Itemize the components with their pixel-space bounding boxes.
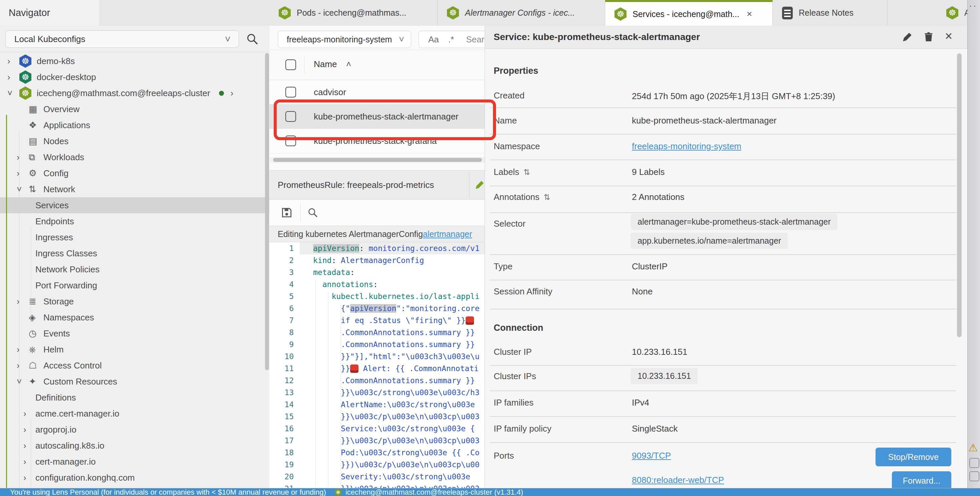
tab-services[interactable]: ☸ Services - icecheng@math... × (605, 0, 773, 26)
close-icon[interactable]: × (945, 29, 956, 40)
code-token: Alert: {{ .CommonAnnotati (358, 364, 479, 373)
sort-icon[interactable]: ⇅ (543, 192, 550, 202)
sidebar-tree-item[interactable]: › ⚙ Config (0, 165, 269, 181)
sidebar-tree-item[interactable]: › ☸ demo-k8s (0, 53, 269, 69)
search-input[interactable]: Aa .* Search (418, 31, 485, 48)
namespace-link[interactable]: freeleaps-monitoring-system (632, 141, 741, 151)
tab-release-notes[interactable]: Release Notes (773, 0, 888, 26)
chevron-icon[interactable]: ˅ (17, 377, 29, 387)
editor-search-icon[interactable] (307, 207, 318, 218)
sidebar-tree-item[interactable]: › ⧉ Workloads (0, 149, 269, 165)
port-link[interactable]: 8080:reloader-web/TCP (632, 475, 724, 485)
sidebar-tree-item[interactable]: ˅ ⇅ Network (0, 181, 269, 197)
navigator-panel-tab[interactable]: Navigator (0, 0, 100, 26)
sidebar-tree-item[interactable]: › ☸ docker-desktop (0, 69, 269, 85)
chevron-icon[interactable]: › (7, 56, 19, 67)
yaml-editor[interactable]: 1 apiVersion: monitoring.coreos.com/v1 2… (269, 242, 485, 488)
chevron-down-icon: ˅ (224, 33, 231, 45)
match-case-icon[interactable]: Aa (428, 34, 439, 45)
chevron-icon[interactable]: › (23, 473, 35, 483)
edit-pencil-icon[interactable] (474, 180, 485, 190)
stop-remove-button[interactable]: Stop/Remove (875, 448, 951, 466)
forward-button[interactable]: Forward... (892, 471, 951, 488)
sidebar-tree-item[interactable]: Port Forwarding (0, 277, 269, 293)
divider (490, 280, 956, 280)
sidebar-tree-item[interactable]: ▤ Nodes (0, 133, 269, 149)
code-token (313, 328, 341, 337)
code-token: apiVersion (313, 244, 359, 253)
chevron-down-icon: ˅ (399, 34, 404, 45)
sidebar-tree-item[interactable]: › cert-manager.io (0, 454, 269, 470)
editor-line: 8 .CommonAnnotations.summary }} (269, 326, 485, 339)
tab-alertmanager-configs[interactable]: ☸ Alertmanager Configs - icec... (438, 0, 605, 26)
chevron-icon[interactable]: › (23, 456, 35, 467)
port-link[interactable]: 9093/TCP (632, 451, 671, 461)
editor-line: 21 }}\u003c/p\u003e\n\u003cp\u003 (269, 483, 485, 488)
tab-partial[interactable]: ☸ A (888, 0, 967, 26)
namespace-select[interactable]: freeleaps-monitoring-system ˅ (278, 31, 411, 48)
editing-note-bar: Editing kubernetes AlertmanagerConfig al… (269, 226, 485, 242)
editing-note-text: Editing kubernetes AlertmanagerConfig (278, 229, 423, 239)
close-icon[interactable]: × (747, 9, 752, 19)
sidebar-tree-item[interactable]: Definitions (0, 389, 269, 405)
divider (304, 57, 305, 73)
name-column-header[interactable]: Name (314, 59, 337, 70)
sidebar-tree-item[interactable]: Ingress Classes (0, 245, 269, 261)
chevron-icon[interactable]: › (17, 168, 29, 178)
sidebar-tree-item[interactable]: ▦ Overview (0, 101, 269, 117)
chevron-icon[interactable]: › (23, 409, 35, 419)
select-all-checkbox[interactable] (285, 59, 296, 70)
selector-label: Selector (494, 219, 525, 229)
sidebar-tree-item[interactable]: › configuration.konghq.com (0, 470, 269, 486)
divider (490, 212, 956, 213)
chevron-icon[interactable]: › (7, 72, 19, 83)
chevron-icon[interactable]: › (23, 424, 35, 435)
resource-editor-bar[interactable]: PrometheusRule: freepeals-prod-metrics (269, 170, 485, 200)
cluster-ips-label: Cluster IPs (494, 371, 536, 382)
edit-pencil-icon[interactable] (902, 31, 913, 43)
sort-icon[interactable]: ⇅ (523, 168, 530, 176)
chevron-icon[interactable]: › (17, 345, 29, 355)
sidebar-tree-item[interactable]: Endpoints (0, 213, 269, 229)
sidebar-tree-item[interactable]: › argoproj.io (0, 421, 269, 437)
chevron-icon[interactable]: ˅ (17, 184, 29, 195)
kubeconfig-select-value: Local Kubeconfigs (14, 34, 224, 45)
sidebar-tree-item[interactable]: ˅ ☸ icecheng@mathmast.com@freeleaps-clus… (0, 85, 269, 101)
horizontal-scrollbar[interactable] (273, 158, 482, 162)
save-icon[interactable] (280, 206, 293, 219)
code-token: : (331, 256, 341, 265)
chevron-icon[interactable]: › (17, 152, 29, 162)
sidebar-tree-item[interactable]: Services (0, 197, 269, 213)
code-token (313, 352, 341, 361)
tree-item-label: Port Forwarding (35, 280, 97, 291)
chevron-icon[interactable]: › (23, 440, 35, 451)
row-checkbox[interactable] (285, 87, 296, 97)
delete-trash-icon[interactable] (923, 31, 934, 43)
sidebar-tree-item[interactable]: ◷ Events (0, 326, 269, 342)
chevron-icon[interactable]: › (17, 296, 29, 307)
sidebar-tree-item[interactable]: Network Policies (0, 261, 269, 277)
regex-icon[interactable]: .* (448, 34, 454, 45)
chevron-icon[interactable]: ˅ (7, 88, 19, 99)
sidebar-scrollbar[interactable] (265, 53, 269, 370)
sidebar-tree-item[interactable]: › ⎈ Helm (0, 342, 269, 358)
search-icon[interactable] (246, 32, 259, 46)
sidebar-tree-item[interactable]: › acme.cert-manager.io (0, 405, 269, 421)
sidebar-tree-item[interactable]: › ☖ Access Control (0, 358, 269, 374)
sidebar-tree-item[interactable]: ❖ Applications (0, 117, 269, 133)
sort-ascending-icon[interactable]: ˄ (346, 59, 351, 70)
sidebar-tree-item[interactable]: › ≣ Storage (0, 293, 269, 309)
chevron-icon[interactable]: › (17, 361, 29, 371)
sidebar-tree-item[interactable]: ˅ ✦ Custom Resources (0, 374, 269, 389)
sidebar-tree-item[interactable]: ◈ Namespaces (0, 309, 269, 326)
details-scrollbar[interactable] (957, 53, 962, 337)
session-affinity-label: Session Affinity (494, 286, 552, 297)
line-code: if eq .Status \"firing\" }}🚨 (300, 315, 485, 326)
sidebar-tree-item[interactable]: Ingresses (0, 229, 269, 245)
kubeconfig-select[interactable]: Local Kubeconfigs ˅ (5, 30, 239, 48)
divider (490, 134, 956, 135)
sidebar-tree-item[interactable]: › autoscaling.k8s.io (0, 437, 269, 454)
editing-note-link[interactable]: alertmanager (423, 229, 472, 239)
tab-pods[interactable]: ☸ Pods - icecheng@mathmas... (269, 0, 438, 26)
line-code: Pod:\u003c/strong\u003e {{ .Co (300, 447, 485, 459)
